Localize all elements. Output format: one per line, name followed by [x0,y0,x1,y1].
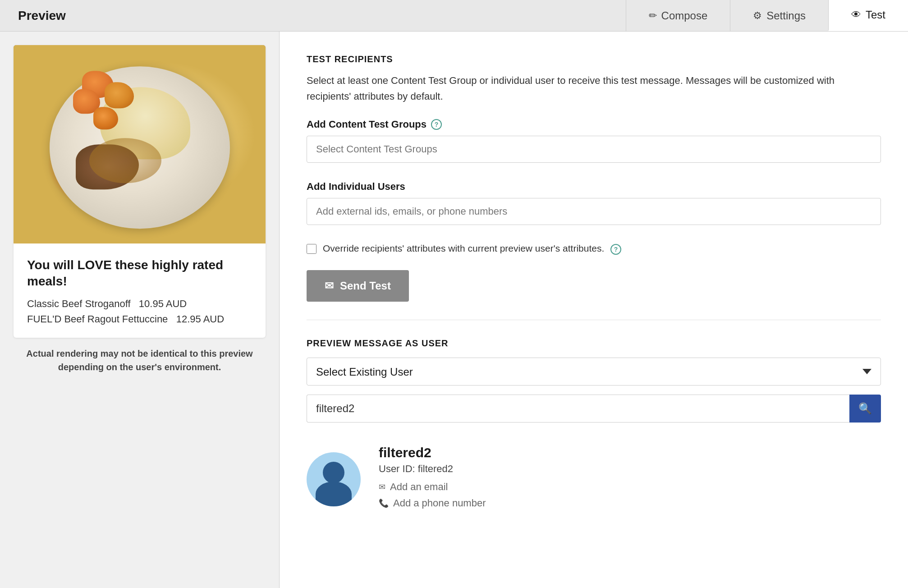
main-layout: You will LOVE these highly rated meals! … [0,32,908,588]
select-existing-user-dropdown[interactable]: Select Existing User [307,358,881,386]
eye-icon: 👁 [851,9,861,21]
tab-compose-label: Compose [661,9,708,22]
envelope-icon: ✉ [325,280,334,292]
tab-settings-label: Settings [766,9,806,22]
individual-users-input[interactable] [307,198,881,225]
user-name: filtered2 [379,445,881,460]
preview-content: You will LOVE these highly rated meals! … [14,243,266,338]
section-divider [307,320,881,320]
plate [50,66,230,229]
override-checkbox-row: Override recipients' attributes with cur… [307,243,881,255]
email-icon: ✉ [379,482,385,492]
settings-icon: ⚙ [753,10,762,22]
avatar-head [323,462,344,483]
preview-card-title: You will LOVE these highly rated meals! [27,257,252,290]
test-recipients-title: TEST RECIPIENTS [307,54,881,64]
preview-user-section: PREVIEW MESSAGE AS USER Select Existing … [307,338,881,523]
override-label[interactable]: Override recipients' attributes with cur… [323,243,621,255]
override-help-icon[interactable]: ? [610,244,621,255]
phone-icon: 📞 [379,498,389,508]
preview-user-title: PREVIEW MESSAGE AS USER [307,338,881,349]
meal-item-1: Classic Beef Stroganoff 10.95 AUD [27,298,252,310]
send-test-button[interactable]: ✉ Send Test [307,270,409,302]
avatar-figure [316,462,352,506]
add-users-field: Add Individual Users [307,181,881,239]
preview-card: You will LOVE these highly rated meals! … [14,45,266,338]
test-recipients-description: Select at least one Content Test Group o… [307,73,881,104]
avatar-body [316,482,352,506]
search-row: 🔍 [307,395,881,423]
preview-disclaimer: Actual rendering may not be identical to… [14,347,266,374]
add-groups-field: Add Content Test Groups ? [307,119,881,176]
add-email-item[interactable]: ✉ Add an email [379,481,881,493]
user-search-button[interactable]: 🔍 [849,395,881,423]
search-icon: 🔍 [858,402,872,415]
user-avatar [307,452,361,506]
add-phone-item[interactable]: 📞 Add a phone number [379,497,881,509]
compose-icon: ✏ [649,10,657,22]
tab-compose[interactable]: ✏ Compose [626,0,730,31]
food-image [14,45,266,243]
user-id: User ID: filtered2 [379,463,881,475]
meal-item-2: FUEL'D Beef Ragout Fettuccine 12.95 AUD [27,313,252,325]
tab-test[interactable]: 👁 Test [828,0,908,31]
groups-help-icon[interactable]: ? [431,119,442,130]
food-image-bg [14,45,266,243]
tab-test-label: Test [866,9,885,21]
top-bar: Preview ✏ Compose ⚙ Settings 👁 Test [0,0,908,32]
content-test-groups-input[interactable] [307,136,881,163]
roasted-veg [69,66,168,147]
preview-label: Preview [0,0,626,31]
user-search-input[interactable] [307,395,849,423]
add-users-label: Add Individual Users [307,181,881,193]
tab-settings[interactable]: ⚙ Settings [730,0,828,31]
user-result: filtered2 User ID: filtered2 ✉ Add an em… [307,436,881,523]
right-panel: TEST RECIPIENTS Select at least one Cont… [280,32,908,588]
user-info: filtered2 User ID: filtered2 ✉ Add an em… [379,445,881,514]
left-panel: You will LOVE these highly rated meals! … [0,32,280,588]
nav-tabs: ✏ Compose ⚙ Settings 👁 Test [626,0,908,31]
add-groups-label: Add Content Test Groups ? [307,119,881,130]
override-checkbox[interactable] [307,244,316,254]
